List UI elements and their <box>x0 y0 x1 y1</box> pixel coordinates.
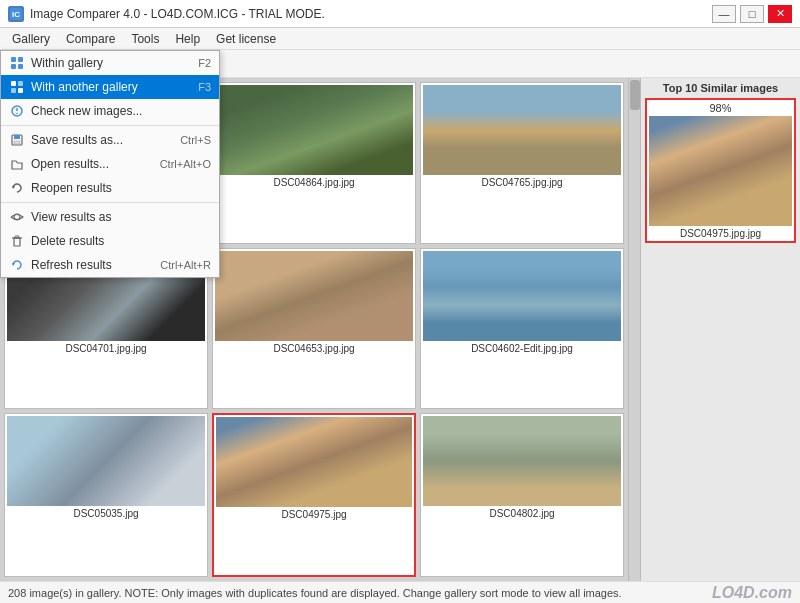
minimize-button[interactable]: — <box>712 5 736 23</box>
refresh-icon <box>9 257 25 273</box>
menu-within-gallery-shortcut: F2 <box>198 57 211 69</box>
menu-another-gallery-shortcut: F3 <box>198 81 211 93</box>
status-bar: 208 image(s) in gallery. NOTE: Only imag… <box>0 581 800 603</box>
menu-within-gallery-label: Within gallery <box>31 56 103 70</box>
menu-item-open-results[interactable]: Open results... Ctrl+Alt+O <box>1 152 219 176</box>
menu-gallery[interactable]: Gallery <box>4 30 58 48</box>
menu-save-label: Save results as... <box>31 133 123 147</box>
similar-image-label: DSC04975.jpg.jpg <box>680 228 761 239</box>
window-controls: — □ ✕ <box>712 5 792 23</box>
menu-item-with-another-gallery[interactable]: With another gallery F3 <box>1 75 219 99</box>
menu-item-reopen-results[interactable]: Reopen results <box>1 176 219 200</box>
image-label-4: DSC04653.jpg.jpg <box>215 343 413 354</box>
svg-point-12 <box>16 113 18 115</box>
image-label-7: DSC04975.jpg <box>216 509 412 520</box>
open-icon <box>9 156 25 172</box>
similar-image-thumb <box>649 116 792 226</box>
right-panel-title: Top 10 Similar images <box>645 82 796 94</box>
menu-refresh-label: Refresh results <box>31 258 112 272</box>
image-cell-5[interactable]: DSC04602-Edit.jpg.jpg <box>420 248 624 410</box>
maximize-button[interactable]: □ <box>740 5 764 23</box>
svg-rect-3 <box>18 57 23 62</box>
image-thumb-1 <box>215 85 413 175</box>
close-button[interactable]: ✕ <box>768 5 792 23</box>
image-cell-2[interactable]: DSC04765.jpg.jpg <box>420 82 624 244</box>
image-cell-8[interactable]: DSC04802.jpg <box>420 413 624 577</box>
image-label-2: DSC04765.jpg.jpg <box>423 177 621 188</box>
svg-text:IC: IC <box>12 10 20 19</box>
menu-get-license[interactable]: Get license <box>208 30 284 48</box>
image-cell-6[interactable]: DSC05035.jpg <box>4 413 208 577</box>
svg-rect-2 <box>11 57 16 62</box>
image-thumb-2 <box>423 85 621 175</box>
menu-refresh-shortcut: Ctrl+Alt+R <box>160 259 211 271</box>
another-gallery-icon <box>9 79 25 95</box>
image-label-3: DSC04701.jpg.jpg <box>7 343 205 354</box>
svg-rect-6 <box>11 81 16 86</box>
gallery-dropdown-menu: Within gallery F2 With another gallery F… <box>0 50 220 278</box>
image-thumb-8 <box>423 416 621 506</box>
menu-delete-label: Delete results <box>31 234 104 248</box>
separator-1 <box>1 125 219 126</box>
status-text: 208 image(s) in gallery. NOTE: Only imag… <box>8 587 622 599</box>
menu-save-shortcut: Ctrl+S <box>180 134 211 146</box>
menu-view-results-label: View results as <box>31 210 111 224</box>
svg-rect-18 <box>14 238 20 246</box>
menu-item-refresh-results[interactable]: Refresh results Ctrl+Alt+R <box>1 253 219 277</box>
within-gallery-icon <box>9 55 25 71</box>
similarity-percent: 98% <box>709 102 731 114</box>
menu-another-gallery-label: With another gallery <box>31 80 138 94</box>
svg-rect-15 <box>14 141 20 144</box>
app-icon: IC <box>8 6 24 22</box>
menu-open-shortcut: Ctrl+Alt+O <box>160 158 211 170</box>
watermark-text: LO4D.com <box>712 584 792 602</box>
menu-item-view-results-as[interactable]: View results as <box>1 205 219 229</box>
svg-rect-20 <box>15 236 19 238</box>
image-cell-1[interactable]: DSC04864.jpg.jpg <box>212 82 416 244</box>
menu-reopen-label: Reopen results <box>31 181 112 195</box>
image-label-8: DSC04802.jpg <box>423 508 621 519</box>
separator-2 <box>1 202 219 203</box>
window-title: Image Comparer 4.0 - LO4D.COM.ICG - TRIA… <box>30 7 325 21</box>
menu-item-delete-results[interactable]: Delete results <box>1 229 219 253</box>
image-cell-4[interactable]: DSC04653.jpg.jpg <box>212 248 416 410</box>
gallery-scrollbar[interactable] <box>628 78 640 581</box>
right-panel: Top 10 Similar images 98% DSC04975.jpg.j… <box>640 78 800 581</box>
menu-check-new-label: Check new images... <box>31 104 142 118</box>
menu-help[interactable]: Help <box>167 30 208 48</box>
reopen-icon <box>9 180 25 196</box>
image-thumb-7 <box>216 417 412 507</box>
title-bar: IC Image Comparer 4.0 - LO4D.COM.ICG - T… <box>0 0 800 28</box>
svg-rect-9 <box>18 88 23 93</box>
svg-rect-14 <box>14 135 20 139</box>
image-label-6: DSC05035.jpg <box>7 508 205 519</box>
image-cell-7[interactable]: DSC04975.jpg <box>212 413 416 577</box>
similar-image-card[interactable]: 98% DSC04975.jpg.jpg <box>645 98 796 243</box>
svg-rect-4 <box>11 64 16 69</box>
menu-open-label: Open results... <box>31 157 109 171</box>
menu-bar: Gallery Compare Tools Help Get license W… <box>0 28 800 50</box>
view-icon <box>9 209 25 225</box>
image-thumb-4 <box>215 251 413 341</box>
delete-icon <box>9 233 25 249</box>
menu-compare[interactable]: Compare <box>58 30 123 48</box>
check-new-icon <box>9 103 25 119</box>
menu-tools[interactable]: Tools <box>123 30 167 48</box>
menu-item-check-new-images[interactable]: Check new images... <box>1 99 219 123</box>
image-thumb-5 <box>423 251 621 341</box>
svg-rect-5 <box>18 64 23 69</box>
title-bar-left: IC Image Comparer 4.0 - LO4D.COM.ICG - T… <box>8 6 325 22</box>
menu-item-save-results[interactable]: Save results as... Ctrl+S <box>1 128 219 152</box>
image-label-5: DSC04602-Edit.jpg.jpg <box>423 343 621 354</box>
image-label-1: DSC04864.jpg.jpg <box>215 177 413 188</box>
menu-item-within-gallery[interactable]: Within gallery F2 <box>1 51 219 75</box>
image-thumb-6 <box>7 416 205 506</box>
svg-rect-7 <box>18 81 23 86</box>
save-icon <box>9 132 25 148</box>
svg-rect-8 <box>11 88 16 93</box>
